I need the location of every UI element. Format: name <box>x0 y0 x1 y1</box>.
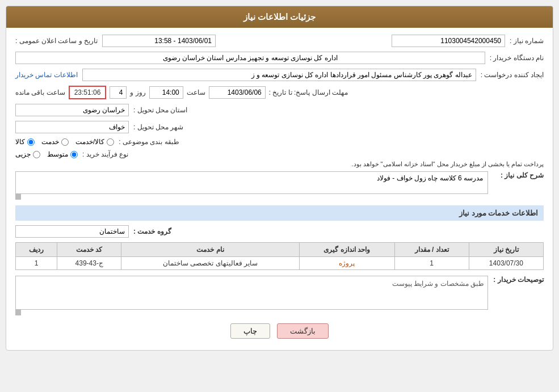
radio-jozii[interactable]: جزیی <box>15 150 40 158</box>
groupKhadmat-value: ساختمان <box>15 225 129 238</box>
sharhKoli-value: مدرسه 6 کلاسه چاه زول خواف - فولاد <box>15 171 488 194</box>
cell-radif: 1 <box>16 257 57 270</box>
radio-khadmat[interactable]: خدمت <box>41 138 69 146</box>
tarikh-value: 1403/06/06 <box>209 86 266 99</box>
noeFarayand-label: نوع فرآیند خرید : <box>82 150 128 158</box>
public-date-value: 1403/06/01 - 13:58 <box>102 35 216 47</box>
namDastgah-label: نام دستگاه خریدار : <box>490 54 544 62</box>
baghimande-label: ساعت باقی مانده <box>15 88 65 96</box>
saat-value: 14:00 <box>149 86 183 99</box>
countdown-value: 23:51:06 <box>69 86 107 99</box>
mohlat-label: مهلت ارسال پاسخ: تا تاریخ : <box>269 88 348 96</box>
rooz-label: روز و <box>130 88 145 96</box>
groupKhadmat-label: گروه خدمت : <box>133 227 171 235</box>
saat-label: ساعت <box>187 88 205 96</box>
cell-tarikh: 1403/07/30 <box>469 257 543 270</box>
radio-kala-khadmat[interactable]: کالا/خدمت <box>75 138 114 146</box>
ijadKonande-value: عبداله گوهری پور کارشناس مسئول امور قرار… <box>82 69 476 81</box>
tvsifat-value: طبق مشخصات و شرایط پیوست <box>15 276 488 310</box>
shahr-label: شهر محل تحویل : <box>133 123 183 131</box>
table-row: 1403/07/30 1 پروژه سایر فعالیتهای تخصصی … <box>16 257 544 270</box>
cell-kodkhadmat: ج-43-439 <box>57 257 121 270</box>
ijadKonande-label: ایجاد کننده درخواست : <box>481 71 544 79</box>
col-radif: ردیف <box>16 243 57 257</box>
cell-namkhadmat: سایر فعالیتهای تخصصی ساختمان <box>121 257 299 270</box>
tabaqebandi-label: طبقه بندی موضوعی : <box>119 138 179 146</box>
col-kodkhadmat: کد خدمت <box>57 243 121 257</box>
public-date-label: تاریخ و ساعت اعلان عمومی : <box>15 37 98 45</box>
shomareNiaz-label: شماره نیاز : <box>510 37 544 45</box>
ostan-value: خراسان رضوی <box>15 104 129 116</box>
cell-vahed[interactable]: پروژه <box>299 257 394 270</box>
shahr-value: خواف <box>15 121 129 133</box>
radio-motevaset[interactable]: متوسط <box>47 150 78 158</box>
namDastgah-value: اداره کل نوسازی توسعه و تجهیز مدارس استا… <box>15 52 485 64</box>
resize-handle-tvsifat[interactable] <box>15 310 21 315</box>
page-title: جزئیات اطلاعات نیاز <box>6 6 553 28</box>
services-table: تاریخ نیاز تعداد / مقدار واحد اندازه گیر… <box>15 242 544 270</box>
ostan-label: استان محل تحویل : <box>133 106 187 114</box>
col-tarikh: تاریخ نیاز <box>469 243 543 257</box>
tvsifat-label: توصیحات خریدار : <box>493 276 544 284</box>
col-vahed: واحد اندازه گیری <box>299 243 394 257</box>
back-button[interactable]: بازگشت <box>277 323 329 339</box>
sharhKoli-label: شرح کلی نیاز : <box>493 171 544 179</box>
radio-kala[interactable]: کالا <box>15 138 35 146</box>
col-tedad: تعداد / مقدار <box>394 243 469 257</box>
service-section-header: اطلاعات خدمات مورد نیاز <box>15 205 544 221</box>
shomareNiaz-value: 1103004542000450 <box>392 35 505 47</box>
cell-tedad: 1 <box>394 257 469 270</box>
resize-handle-sharh[interactable] <box>15 194 21 200</box>
print-button[interactable]: چاپ <box>230 323 270 339</box>
col-namkhadmat: نام خدمت <box>121 243 299 257</box>
farayand-note: پرداخت تمام یا بخشی از مبلغ خریدار محل "… <box>15 161 544 168</box>
contact-info-link[interactable]: اطلاعات تماس خریدار <box>15 71 78 79</box>
rooz-value: 4 <box>110 86 127 99</box>
